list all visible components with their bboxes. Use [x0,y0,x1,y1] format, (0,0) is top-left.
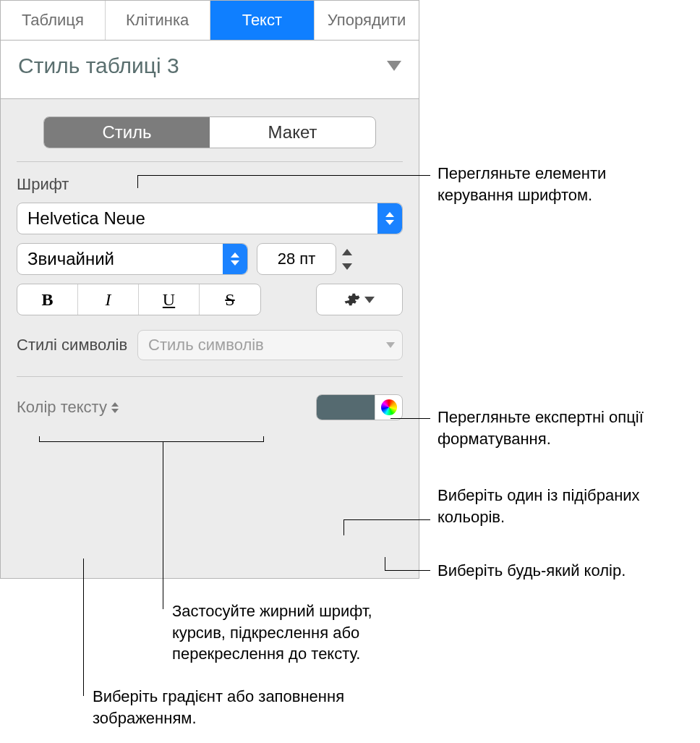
segment-layout[interactable]: Макет [210,117,375,148]
text-color-row: Колір тексту [17,394,403,420]
bold-button[interactable]: B [17,284,78,315]
lead-line [385,557,385,570]
font-weight-select[interactable]: Звичайний [17,243,248,275]
lead-line [39,441,263,442]
tab-text[interactable]: Текст [210,1,315,40]
callout-preset-color: Виберіть один із підібраних кольорів. [438,485,683,527]
tab-cell[interactable]: Клітинка [106,1,210,40]
chevron-down-icon [364,297,375,303]
text-color-combo [316,394,403,420]
callout-any-color: Виберіть будь-який колір. [438,560,698,582]
font-weight-value: Звичайний [27,249,114,269]
select-stepper-icon [377,203,402,234]
lead-line [137,175,138,188]
style-layout-segment-wrap: Стиль Макет [17,114,403,162]
callout-gradient-fill: Виберіть градієнт або заповнення зображе… [93,686,353,729]
callout-bius: Застосуйте жирний шрифт, курсив, підкрес… [172,600,411,665]
italic-button[interactable]: I [78,284,139,315]
text-color-label: Колір тексту [17,398,107,417]
inspector-panel: Таблиця Клітинка Текст Упорядити Стиль т… [0,0,419,579]
tab-arrange[interactable]: Упорядити [315,1,419,40]
font-size-stepper [341,246,354,272]
segment-style[interactable]: Стиль [44,117,210,148]
lead-line [163,441,163,609]
paragraph-style-name: Стиль таблиці 3 [18,54,179,78]
character-style-select[interactable]: Стиль символів [137,330,403,360]
strike-button[interactable]: S [200,284,260,315]
lead-line [390,418,430,419]
tab-table[interactable]: Таблиця [1,1,106,40]
lead-line [385,570,430,571]
font-size-box: 28 пт [257,243,354,275]
lead-line [263,436,264,442]
lead-line [39,436,40,442]
callout-expert-options: Перегляньте експертні опції форматування… [438,407,683,449]
select-stepper-icon [223,244,247,274]
lead-line [343,519,344,535]
underline-button[interactable]: U [139,284,200,315]
color-wheel-icon [381,399,397,415]
lead-line [137,175,430,176]
body-area: Стиль Макет Шрифт Helvetica Neue Звичайн… [1,99,419,578]
chevron-down-icon [386,342,395,348]
font-size-down[interactable] [341,260,354,272]
color-well-button[interactable] [317,395,375,420]
lead-line [83,559,84,696]
font-family-value: Helvetica Neue [27,208,145,229]
text-color-popup[interactable]: Колір тексту [17,398,119,417]
color-picker-button[interactable] [375,395,402,420]
callout-font-controls: Перегляньте елементи керування шрифтом. [438,163,683,205]
updown-icon [111,402,119,413]
bius-group: B I U S [17,284,261,315]
font-size-up[interactable] [341,246,354,258]
style-layout-segmented: Стиль Макет [43,116,376,148]
font-size-input[interactable]: 28 пт [257,243,336,275]
font-family-select[interactable]: Helvetica Neue [17,203,403,234]
paragraph-style-disclosure-icon[interactable] [387,61,401,71]
character-styles-label: Стилі символів [17,336,127,354]
font-section-label: Шрифт [17,175,403,194]
paragraph-style-row: Стиль таблиці 3 [1,41,419,99]
lead-line [343,519,430,520]
advanced-options-button[interactable] [316,284,403,315]
character-style-placeholder: Стиль символів [148,336,264,354]
top-tabs: Таблиця Клітинка Текст Упорядити [1,1,419,41]
gear-icon [344,292,360,307]
character-styles-row: Стилі символів Стиль символів [17,330,403,377]
